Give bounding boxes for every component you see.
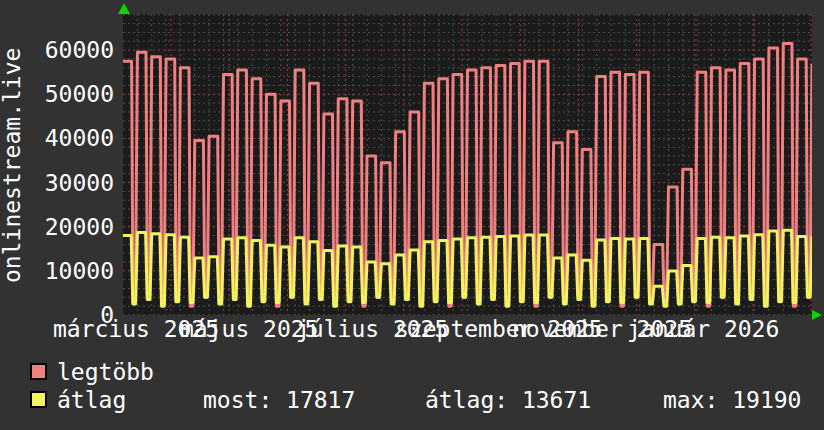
x-tick-label: január 2026 — [627, 318, 779, 341]
y-tick-label: 40000 — [0, 127, 114, 150]
munin-graph: onlinestream.live 0100002000030000400005… — [0, 0, 824, 430]
vertical-axis-title: onlinestream.live — [0, 40, 24, 290]
y-tick-label: 10000 — [0, 260, 114, 283]
legend-label-legtöbb: legtöbb — [57, 361, 154, 384]
plot-area — [123, 14, 812, 315]
stat-max: max: 19190 — [663, 389, 801, 412]
y-axis-arrow-icon — [118, 3, 130, 14]
y-tick-label: 20000 — [0, 216, 114, 239]
chart-svg — [123, 14, 812, 315]
stat-átlag: átlag: 13671 — [425, 389, 591, 412]
y-tick-label: 50000 — [0, 83, 114, 106]
stat-most: most: 17817 — [203, 389, 355, 412]
y-tick-label: 60000 — [0, 39, 114, 62]
legend-label-átlag: átlag — [57, 389, 126, 412]
y-tick-label: 30000 — [0, 172, 114, 195]
legend-swatch-legtöbb — [30, 363, 47, 380]
x-axis-arrow-icon — [812, 310, 822, 320]
legend-swatch-átlag — [30, 391, 47, 408]
